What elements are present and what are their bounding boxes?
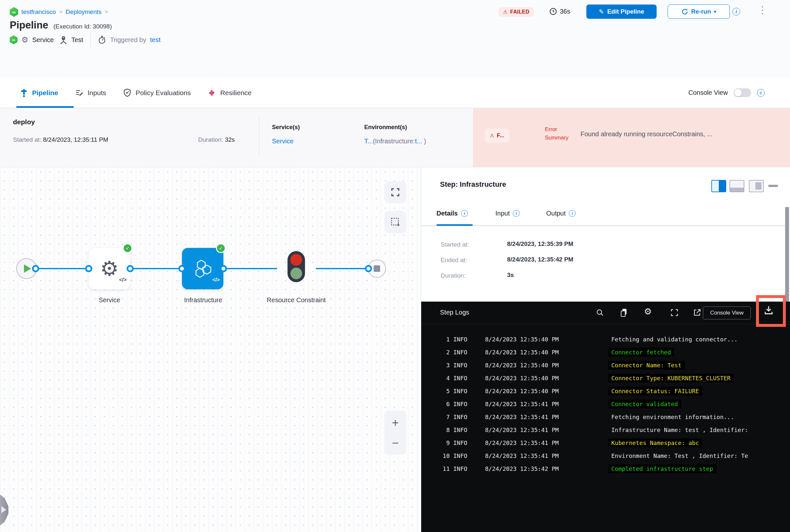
settings-gear-icon[interactable]: ⚙ [644,307,652,316]
search-icon[interactable] [595,308,605,317]
node-resource-constraint[interactable] [288,251,305,282]
log-line-number: 5 [421,388,450,395]
environment-icon [59,36,67,44]
fit-to-screen-button[interactable] [384,181,406,203]
breadcrumb-project-link[interactable]: testfrancisco [21,8,56,16]
copy-icon[interactable] [619,308,628,318]
log-message: Connector fetched [608,348,674,357]
log-line-number: 4 [421,375,450,381]
harness-cd-icon: ∞ [10,35,17,44]
edge [36,268,89,269]
error-summary-label: Error Summary [545,125,577,142]
layout-float-button[interactable] [749,180,764,192]
console-title: Step Logs [440,309,469,316]
log-line-number: 9 [421,439,450,446]
log-level: INFO [453,336,481,343]
log-message: Fetching and validating connector... [611,336,738,343]
breadcrumb: ∞ testfrancisco > Deployments > [10,7,108,17]
node-infrastructure[interactable] [182,248,223,289]
node-label-resource-constraint: Resource Constraint [265,295,327,305]
download-logs-button[interactable] [763,305,774,316]
node-service[interactable]: ⚙ [89,248,130,289]
log-message: Connector Type: KUBERNETES_CLUSTER [608,374,734,382]
breadcrumb-deployments-link[interactable]: Deployments [66,8,102,16]
divider [259,116,259,156]
layout-right-button[interactable] [711,180,726,192]
step-details-panel: Step: Infrastructure Details i Input i O… [421,167,790,532]
pencil-icon: ✎ [599,8,604,16]
chevron-right-icon: > [105,9,108,15]
tab-output[interactable]: Output i [546,210,576,217]
info-icon[interactable]: i [732,8,740,16]
log-level: INFO [453,401,481,407]
layout-bottom-button[interactable] [730,180,745,192]
clock-icon [549,7,557,16]
service-gear-icon: ⚙ [21,36,29,44]
tab-pipeline[interactable]: Pipeline [20,88,58,97]
stage-summary-bar: deploy Started at: 8/24/2023, 12:35:11 P… [0,109,790,167]
console-view-toggle[interactable] [734,88,751,97]
log-timestamp: 8/24/2023 12:35:41 PM [485,452,607,459]
field-value: 3s [507,271,514,279]
edge-port [220,265,227,272]
console-view-button[interactable]: Console View [703,306,751,319]
log-rows: 1INFO8/24/2023 12:35:40 PMFetching and v… [421,332,790,475]
tab-resilience[interactable]: Resilience [207,89,252,97]
log-line-number: 6 [421,401,450,407]
rerun-button[interactable]: Re-run ▾ [668,4,730,19]
log-level: INFO [453,426,481,433]
zoom-out-button[interactable]: − [384,437,406,449]
harness-cd-icon: ∞ [10,7,18,17]
log-level: INFO [453,452,481,459]
tab-inputs[interactable]: Inputs [75,89,106,97]
edge [224,268,277,269]
title-row: Pipeline (Execution Id: 30098) [10,19,112,31]
edge-port [365,265,372,272]
tab-details[interactable]: Details i [437,210,468,217]
step-panel-title: Step: Infrastructure [440,180,506,189]
pipeline-canvas[interactable]: + − ⚙ ✓ ✓ </> </> [0,167,421,532]
log-timestamp: 8/24/2023 12:35:40 PM [485,375,607,381]
error-summary-message: Found already running resourceConstrains… [581,130,788,138]
log-message: Kubernetes Namespace: abc [608,438,702,447]
divider [90,33,91,47]
field-label: Duration: [441,272,465,279]
red-light-icon [290,254,302,266]
log-level: INFO [453,388,481,395]
fullscreen-icon[interactable] [670,308,679,317]
tab-input[interactable]: Input i [495,210,520,217]
refresh-icon [681,8,688,15]
warning-icon: ⚠ [490,133,494,138]
step-logs-console: Step Logs ⚙ Console View [421,302,790,532]
infrastructure-link[interactable]: t... [415,137,422,145]
service-link[interactable]: Service [272,137,294,145]
tab-policy-evaluations[interactable]: Policy Evaluations [123,88,191,97]
open-in-new-icon[interactable] [693,308,702,317]
multi-select-button[interactable] [384,211,406,233]
stopwatch-icon [98,35,106,44]
field-label: Ended at: [441,256,467,264]
chevron-right-icon: > [59,9,62,15]
status-badge: ⚠ FAILED [499,7,534,17]
stage-started: Started at: 8/24/2023, 12:35:11 PM [13,136,108,144]
edge-port [85,265,92,272]
log-row: 5INFO8/24/2023 12:35:40 PMConnector Stat… [421,384,790,397]
info-icon[interactable]: i [757,89,765,97]
minimize-button[interactable] [768,185,778,187]
inputs-icon [75,89,84,97]
success-check-icon: ✓ [123,243,132,253]
edit-pipeline-button[interactable]: ✎ Edit Pipeline [586,4,657,19]
edge [130,268,182,269]
log-timestamp: 8/24/2023 12:35:41 PM [485,401,607,407]
trigger-user-link[interactable]: test [150,36,160,44]
more-options-menu-icon[interactable]: ⋮ [758,5,767,15]
log-level: INFO [453,439,481,446]
log-timestamp: 8/24/2023 12:35:40 PM [485,388,607,395]
environment-link[interactable]: T... [364,137,373,145]
log-row: 8INFO8/24/2023 12:35:41 PMInfrastructure… [421,423,790,436]
stop-icon [374,265,380,272]
log-level: INFO [453,362,481,368]
zoom-in-button[interactable]: + [384,417,406,429]
log-row: 7INFO8/24/2023 12:35:41 PMFetching envir… [421,410,790,423]
log-row: 1INFO8/24/2023 12:35:40 PMFetching and v… [421,332,790,346]
